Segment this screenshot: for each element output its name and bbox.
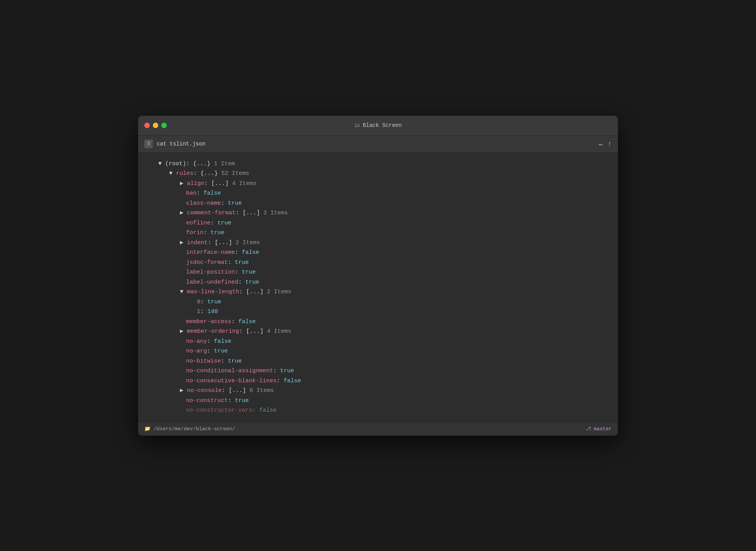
tree-row: interface-name : false [147, 248, 609, 258]
tree-row: ▼ (root) : { ...} 1 Item [147, 159, 609, 169]
tree-colon: : [273, 366, 280, 376]
tree-value: true [235, 258, 249, 268]
status-git-area: ⎇ master [585, 426, 612, 432]
maximize-button[interactable] [161, 123, 167, 128]
tree-meta: 52 Items [218, 169, 249, 179]
tree-row: ▼ rules : { ...} 52 Items [147, 169, 609, 179]
minimize-button[interactable] [153, 123, 158, 128]
tree-row: label-position : true [147, 267, 609, 277]
tree-value: true [214, 346, 228, 356]
tree-bracket: : [ [236, 208, 246, 218]
up-icon[interactable]: ↑ [607, 140, 612, 148]
tree-row: ▶ indent : [ ...] 2 Items [147, 238, 609, 248]
tree-colon: : [252, 406, 259, 416]
tree-dots: ...} [197, 159, 210, 169]
tree-colon: : [235, 267, 242, 277]
edit-icon[interactable]: ✏ [599, 140, 603, 148]
git-icon: ⎇ [585, 426, 591, 432]
tree-key: eofline [186, 218, 210, 228]
tree-bracket: : [ [222, 386, 232, 396]
tree-content: ▼ (root) : { ...} 1 Item ▼ rules : { ...… [138, 153, 618, 422]
tree-key: no-construct [186, 396, 228, 406]
tree-row: eofline : true [147, 218, 609, 228]
tree-row: no-bitwise : true [147, 356, 609, 366]
tree-row: ▶ align : [ ...] 4 Items [147, 179, 609, 189]
close-button[interactable] [144, 123, 150, 128]
tree-key: jsdoc-format [186, 258, 228, 268]
tree-colon: : [207, 337, 214, 347]
tree-row: ▶ member-ordering : [ ...] 4 Items [147, 327, 609, 337]
tree-key: comment-format [187, 208, 236, 218]
tree-key: forin [186, 228, 204, 238]
tree-key: member-ordering [187, 327, 239, 337]
tree-key: no-any [186, 337, 207, 347]
tree-key: indent [187, 238, 208, 248]
tree-key: class-name [186, 198, 221, 209]
expand-arrow[interactable]: ▶ [180, 238, 187, 248]
tree-value: true [217, 218, 231, 228]
tree-value: true [210, 228, 224, 238]
expand-arrow[interactable]: ▼ [180, 287, 187, 297]
title-bar: 🗂 Black Screen [138, 116, 618, 136]
tree-key: label-undefined [186, 277, 238, 287]
tree-key: label-position [186, 267, 235, 277]
expand-arrow[interactable]: ▶ [180, 208, 187, 218]
tree-row: no-arg : true [147, 346, 609, 356]
tree-colon: : [197, 188, 204, 198]
tree-key: rules [176, 169, 193, 179]
tree-bracket: : { [193, 169, 204, 179]
expand-arrow[interactable]: ▶ [180, 179, 187, 189]
tree-dots: ...] [218, 238, 232, 248]
tree-dots: ...] [215, 179, 229, 189]
tree-bracket: : [ [208, 238, 218, 248]
toolbar-actions: ✏ ↑ [599, 140, 612, 148]
expand-arrow[interactable]: ▼ [169, 169, 176, 179]
terminal-window: 🗂 Black Screen $ cat tslint.json ✏ ↑ ▼ (… [138, 116, 618, 436]
tree-bracket: : { [186, 159, 197, 169]
tree-key: max-line-length [187, 287, 239, 297]
tree-colon: : [231, 317, 238, 327]
tree-row: ▼ max-line-length : [ ...] 2 Items [147, 287, 609, 297]
tree-meta: 4 Items [229, 179, 257, 189]
window-title: 🗂 Black Screen [354, 122, 402, 128]
tree-meta: 2 Items [263, 287, 291, 297]
expand-arrow[interactable]: ▼ [158, 159, 165, 169]
tree-value: false [259, 406, 277, 416]
tree-key: no-constructor-vars [186, 406, 252, 416]
tree-value: false [214, 337, 231, 347]
tree-colon: : [221, 356, 228, 366]
traffic-lights [144, 123, 167, 128]
tree-row: no-consecutive-blank-lines : false [147, 376, 609, 386]
tree-row: ban : false [147, 188, 609, 198]
tree-key: no-consecutive-blank-lines [186, 376, 277, 386]
tree-bracket: : [ [204, 179, 215, 189]
tree-row: ▶ comment-format : [ ...] 2 Items [147, 208, 609, 218]
tree-row: member-access : false [147, 317, 609, 327]
tree-colon: : [207, 346, 214, 356]
tree-colon: : [210, 218, 217, 228]
tree-row: 0 : true [147, 297, 609, 307]
tree-row: no-any : false [147, 337, 609, 347]
tree-key: no-arg [186, 346, 207, 356]
tree-row: no-construct : true [147, 396, 609, 406]
tree-key: no-conditional-assignment [186, 366, 273, 376]
tree-row: forin : true [147, 228, 609, 238]
expand-arrow[interactable]: ▶ [180, 327, 187, 337]
expand-arrow[interactable]: ▶ [180, 386, 187, 396]
tree-value: true [207, 297, 221, 307]
tree-bracket: : [ [239, 287, 250, 297]
tree-row: 1 : 140 [147, 307, 609, 317]
tree-row: jsdoc-format : true [147, 258, 609, 268]
tree-colon: : [228, 258, 235, 268]
tree-colon: : [238, 277, 245, 287]
title-text: Black Screen [363, 122, 402, 128]
tree-row: ▶ no-console : [ ...] 6 Items [147, 386, 609, 396]
tree-value: false [238, 317, 256, 327]
tree-key: ban [186, 188, 197, 198]
tree-meta: 6 Items [246, 386, 274, 396]
status-path-area: 📁 /Users/me/dev/black-screen/ [144, 426, 235, 432]
tree-meta: 2 Items [260, 208, 288, 218]
tree-bracket: : [ [239, 327, 250, 337]
tree-value: true [228, 356, 242, 366]
tree-value: 140 [207, 307, 218, 317]
